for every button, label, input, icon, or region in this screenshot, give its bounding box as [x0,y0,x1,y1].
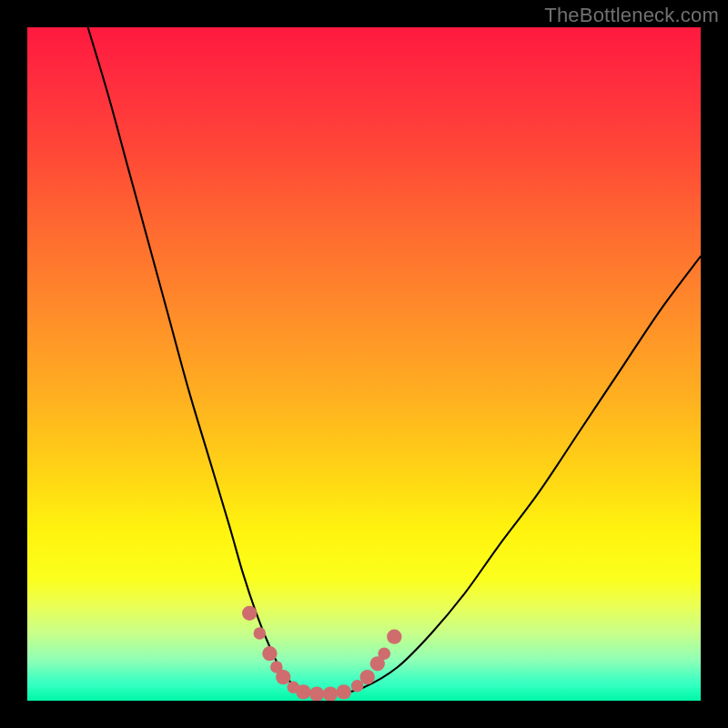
chart-frame: TheBottleneck.com [0,0,728,728]
trough-dots [242,606,401,701]
curve-layer [27,27,701,701]
watermark-text: TheBottleneck.com [544,4,719,27]
trough-dot [242,606,257,621]
trough-dot [337,684,351,699]
trough-dot [387,630,401,644]
bottleneck-curve [88,27,701,695]
trough-dot [323,686,338,701]
trough-dot [262,646,277,661]
trough-dot [360,670,375,684]
trough-dot [309,686,324,701]
trough-dot [378,647,390,660]
trough-dot [276,670,290,684]
trough-dot [296,684,310,699]
plot-area [27,27,701,701]
trough-dot [253,627,266,640]
